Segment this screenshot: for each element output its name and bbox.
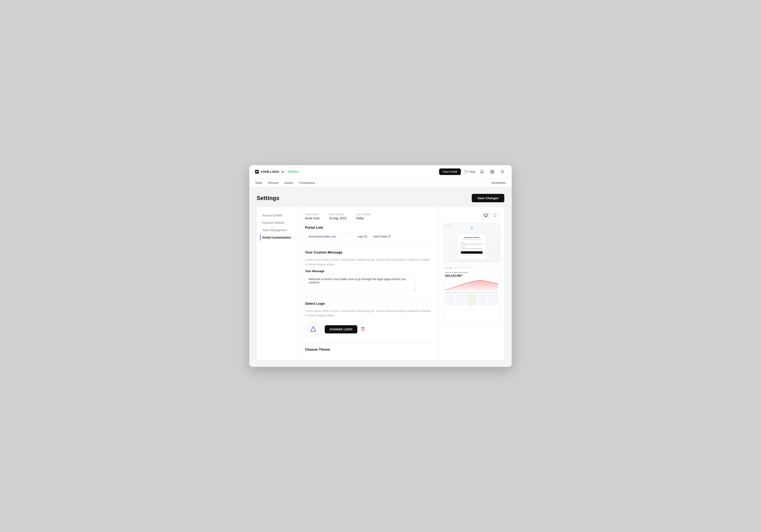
trash-icon [361,327,365,331]
portal-link-section: Portal Link acme.brassicafin.com copy [305,226,431,240]
svg-rect-8 [485,214,488,216]
dashboard-preview-body: Here's an overview of your account! $19,… [443,270,500,307]
login-preview-content: Log into your account Fill in the form b… [443,224,500,262]
delete-logo-button[interactable] [361,327,365,332]
visit-portal-button[interactable]: Visit Portal [373,235,390,238]
topbar-right: View Portal ? Help [439,168,506,175]
nav: Tasks Persons Assets Transactions Develo… [249,178,512,187]
message-label: Your Message [305,270,431,273]
settings-layout: Account Details Payment Method Team Mana… [257,207,504,360]
topbar: YOUR LOGO Sandbox View Portal ? Help [249,165,512,178]
help-button[interactable]: ? Help [464,170,475,174]
portal-date-value: 23 Aug, 2023 [329,217,346,220]
nav-item-transactions[interactable]: Transactions [299,178,315,187]
copy-icon [364,235,367,238]
save-changes-button[interactable]: Save Changes [472,194,504,202]
settings-sidebar: Account Details Payment Method Team Mana… [257,207,298,360]
preview-login-sub: Fill in the form below to login with you… [461,239,483,240]
nav-item-tasks[interactable]: Tasks [255,178,263,187]
logo-svg [308,324,318,334]
dash-tab-assets: Assets [453,267,457,268]
portal-link-display: acme.brassicafin.com copy [305,233,371,240]
custom-message-section: Your Custom Message Lorem ipsum dolor si… [305,250,431,292]
dash-row-7 [445,303,498,305]
profile-icon[interactable] [499,168,506,175]
preview-email-field [461,243,483,245]
svg-line-6 [389,236,390,237]
custom-message-description: Lorem ipsum dolor sit amet, consectetur … [305,257,431,267]
dot-3 [449,225,451,227]
page-header: Settings Save Changes [257,194,504,202]
portal-link-row: acme.brassicafin.com copy Visit Portal [305,233,431,240]
dot-2 [447,225,448,227]
sidebar-item-account-details[interactable]: Account Details [260,212,294,219]
page-title: Settings [257,195,279,201]
login-preview: Log into your account Fill in the form b… [443,223,500,263]
settings-icon[interactable] [489,168,496,175]
change-logo-button[interactable]: CHANGE LOGO [325,325,357,334]
logo[interactable]: YOUR LOGO [255,170,284,174]
nav-developers[interactable]: Developers [492,181,506,185]
preview-toggle [481,211,500,220]
dash-row-4 [445,298,498,300]
dash-table-header [445,292,498,293]
dash-row-6 [445,302,498,303]
preview-login-title: Log into your account [461,237,483,238]
select-logo-title: Select Logo [305,302,431,306]
mobile-icon [494,214,497,217]
mobile-toggle-button[interactable] [491,212,499,219]
portal-name-item: Portal Name Acme Corp [305,213,320,220]
divider-3 [305,343,431,344]
dash-row-1 [445,294,498,295]
nav-item-assets[interactable]: Assets [284,178,293,187]
preview-logo-icon [470,226,473,230]
svg-rect-5 [365,236,367,238]
sidebar-item-team-management[interactable]: Team Management [260,227,294,234]
choose-theme-title: Choose Theme [305,347,431,352]
dashboard-tabs: Home Assets Transactions Statements [448,267,474,268]
dashboard-preview: Home Assets Transactions Statements Here… [443,265,500,327]
external-link-icon [388,235,390,238]
desktop-toggle-button[interactable] [482,212,490,219]
dashboard-preview-header: Home Assets Transactions Statements [443,265,500,270]
copy-button[interactable]: copy [357,235,367,238]
dash-tab-home: Home [448,267,452,268]
current-logo [305,321,322,338]
divider-1 [305,246,431,246]
dash-row-3 [445,297,498,298]
sidebar-item-payment-method[interactable]: Payment Method [260,220,294,226]
portal-date-label: Date Created [329,213,346,216]
choose-theme-section: Choose Theme [305,347,431,352]
portal-link-title: Portal Link [305,226,431,230]
dash-tab-statements: Statements [467,267,474,268]
preview-password-field [461,248,483,250]
dash-row-2 [445,295,498,296]
dashboard-greeting: Here's an overview of your account! [445,272,498,273]
portal-updated-label: Last Updated [356,213,371,216]
select-logo-section: Select Logo Lorem ipsum dolor sit amet, … [305,302,431,338]
message-textarea[interactable]: Welcome to Acme Corp! Make sure to go th… [305,274,416,291]
preview-password-label: Password [461,246,483,247]
portal-name-value: Acme Corp [305,217,320,220]
portal-info-row: Portal Name Acme Corp Date Created 23 Au… [305,213,431,220]
logo-row: CHANGE LOGO [305,321,431,338]
dash-tab-transactions: Transactions [459,267,466,268]
help-icon: ? [464,170,468,174]
notifications-icon[interactable] [479,168,486,175]
preview-login-box: Log into your account Fill in the form b… [457,234,486,259]
dash-row-5 [445,300,498,301]
dashboard-chart [445,279,498,291]
dash-logo-icon [445,267,447,269]
view-portal-button[interactable]: View Portal [439,169,461,175]
desktop-icon [484,214,488,217]
portal-name-label: Portal Name [305,213,320,216]
dashboard-amount: $19,123,45675 [445,274,498,277]
svg-point-7 [308,324,318,334]
portal-updated-value: Today [356,217,371,220]
svg-rect-1 [256,171,257,173]
select-logo-description: Lorem ipsum dolor sit amet, consectetur … [305,309,431,318]
preview-email-label: Email [461,242,483,243]
nav-item-persons[interactable]: Persons [268,178,279,187]
preview-login-btn-label: LOGIN [461,255,483,256]
sidebar-item-portal-customization[interactable]: Portal Customization [260,234,294,241]
